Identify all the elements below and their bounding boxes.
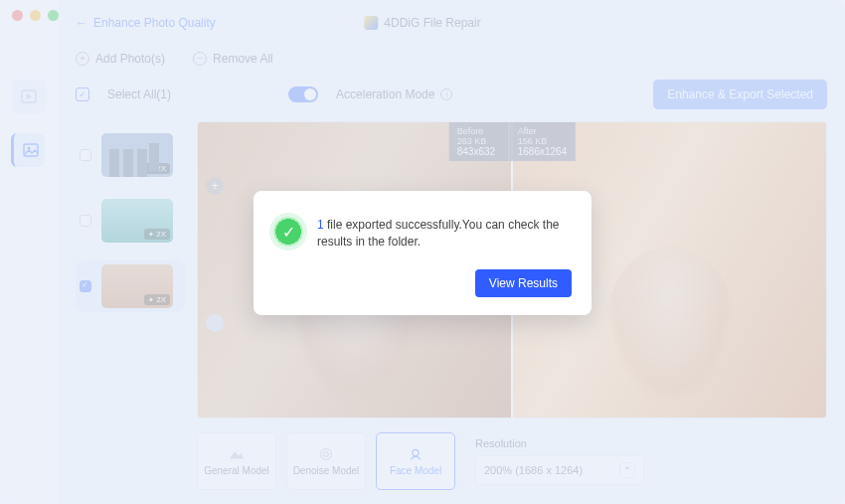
view-results-button[interactable]: View Results (475, 269, 572, 297)
exported-count: 1 (317, 218, 324, 232)
export-success-modal: ✓ 1 file exported successfully.You can c… (254, 191, 592, 315)
modal-message-text: file exported successfully.You can check… (317, 218, 560, 249)
modal-message: 1 file exported successfully.You can che… (317, 217, 572, 252)
check-circle-icon: ✓ (273, 217, 303, 247)
view-results-label: View Results (489, 276, 558, 290)
app-window: ← Enhance Photo Quality 4DDiG File Repai… (0, 0, 845, 504)
